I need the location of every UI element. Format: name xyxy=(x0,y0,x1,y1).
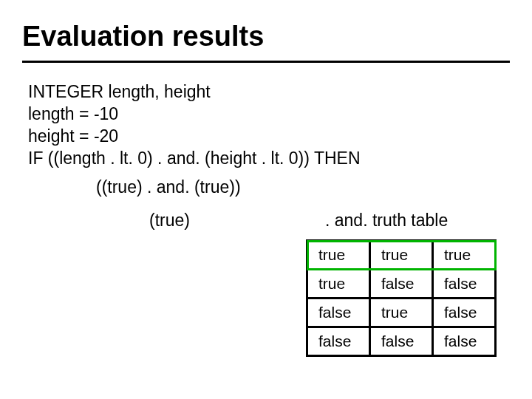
cell-r: false xyxy=(433,270,496,299)
code-line-1: INTEGER length, height xyxy=(28,81,361,103)
slide: Evaluation results INTEGER length, heigh… xyxy=(0,0,532,399)
cell-b: false xyxy=(370,270,433,299)
code-line-3: height = -20 xyxy=(28,126,361,148)
cell-b: false xyxy=(370,327,433,356)
code-block: INTEGER length, height length = -10 heig… xyxy=(28,81,361,170)
slide-title: Evaluation results xyxy=(22,21,264,52)
cell-a: true xyxy=(307,270,370,299)
code-line-4: IF ((length . lt. 0) . and. (height . lt… xyxy=(28,148,361,170)
truth-table: true true true true false false false tr… xyxy=(306,239,497,357)
cell-b: true xyxy=(370,299,433,327)
cell-a: true xyxy=(307,241,370,270)
table-row: false true false xyxy=(307,299,496,327)
cell-r: true xyxy=(433,241,496,270)
cell-a: false xyxy=(307,327,370,356)
cell-r: false xyxy=(433,299,496,327)
table-row: false false false xyxy=(307,327,496,356)
code-line-2: length = -10 xyxy=(28,103,361,126)
table-row: true false false xyxy=(307,270,496,299)
cell-r: false xyxy=(433,327,496,356)
table-row: true true true xyxy=(307,241,496,270)
title-underline xyxy=(22,61,510,63)
truth-table-caption: . and. truth table xyxy=(325,211,448,231)
cell-b: true xyxy=(370,241,433,270)
evaluation-step-1: ((true) . and. (true)) xyxy=(96,177,241,197)
cell-a: false xyxy=(307,299,370,327)
evaluation-step-2: (true) xyxy=(149,211,190,231)
